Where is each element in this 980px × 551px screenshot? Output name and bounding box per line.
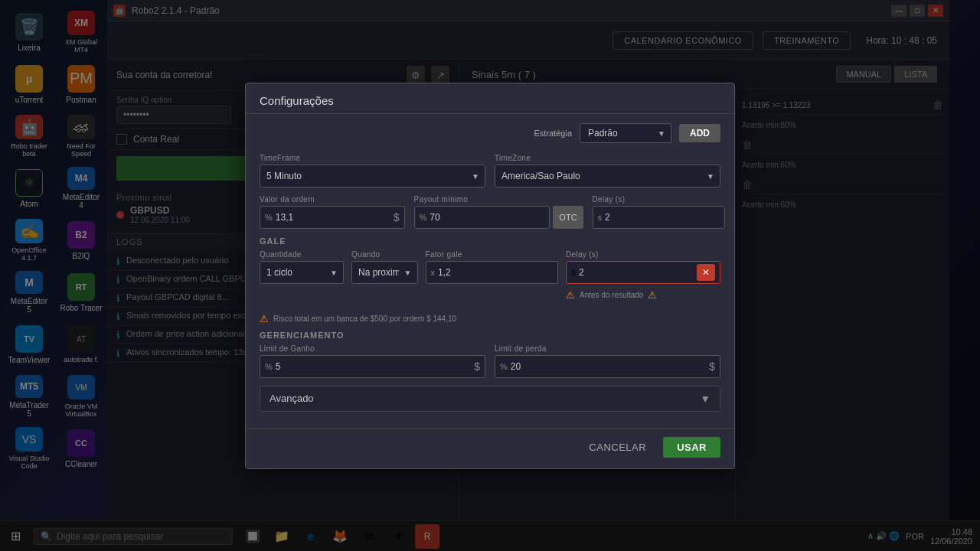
delay-prefix: s bbox=[598, 213, 603, 222]
gale-fator-wrap: x bbox=[426, 261, 559, 284]
payout-wrap: % bbox=[414, 206, 550, 229]
antes-resultado-row: ⚠ Antes do resultado ⚠ bbox=[566, 289, 720, 301]
add-strategy-button[interactable]: ADD bbox=[679, 124, 720, 142]
limit-perda-label: Limit de perda bbox=[495, 344, 720, 353]
order-value-input[interactable] bbox=[276, 212, 390, 223]
gale-delay-group: Delay (s) s ✕ ⚠ Antes do resultado ⚠ bbox=[566, 250, 720, 307]
antes-resultado-text: Antes do resultado bbox=[580, 291, 643, 299]
modal-overlay: Configurações Estratégia Padrão ▼ ADD Ti… bbox=[0, 0, 980, 551]
limit-perda-input[interactable] bbox=[511, 361, 706, 372]
modal-header: Configurações bbox=[246, 83, 734, 114]
modal-title: Configurações bbox=[260, 94, 334, 107]
payout-input[interactable] bbox=[430, 212, 544, 223]
modal-footer: CANCELAR USAR bbox=[246, 429, 734, 468]
timeframe-select[interactable]: 5 Minuto bbox=[260, 165, 485, 187]
timezone-select[interactable]: America/Sao Paulo bbox=[495, 165, 720, 187]
timeframe-label: TimeFrame bbox=[260, 154, 485, 162]
gale-delay-prefix: s bbox=[571, 267, 576, 278]
risk-warning-row: ⚠ Risco total em um banca de $500 por or… bbox=[260, 313, 720, 324]
delay-label: Delay (s) bbox=[593, 195, 726, 204]
gale-fator-input[interactable] bbox=[438, 267, 553, 278]
gale-qty-label: Quantidade bbox=[260, 250, 344, 259]
limit-ganho-dollar: $ bbox=[474, 360, 480, 373]
gale-qty-group: Quantidade 1 ciclo ▼ bbox=[260, 250, 344, 307]
strategy-row: Estratégia Padrão ▼ ADD bbox=[260, 123, 720, 143]
order-value-wrap: % $ bbox=[260, 206, 405, 229]
order-value-label: Valor da ordem bbox=[260, 195, 405, 204]
limit-ganho-group: Limit de Ganho % $ bbox=[260, 344, 485, 378]
gale-delay-error-btn[interactable]: ✕ bbox=[697, 264, 715, 281]
gale-delay-wrap: s ✕ bbox=[566, 261, 720, 284]
modal-body: Estratégia Padrão ▼ ADD TimeFrame 5 Minu… bbox=[246, 114, 734, 429]
chevron-down-icon: ▼ bbox=[700, 393, 710, 405]
strategy-select[interactable]: Padrão bbox=[580, 123, 671, 143]
timeframe-group: TimeFrame 5 Minuto ▼ bbox=[260, 154, 485, 187]
gale-fator-prefix: x bbox=[431, 268, 436, 277]
warning-icon: ⚠ bbox=[566, 289, 575, 301]
gale-section-label: GALE bbox=[260, 236, 720, 246]
payout-group: Payout mínimo % OTC bbox=[414, 195, 583, 229]
limit-perda-group: Limit de perda % $ bbox=[495, 344, 720, 378]
risk-warning-icon: ⚠ bbox=[260, 313, 269, 324]
limit-perda-wrap: % $ bbox=[495, 355, 720, 378]
order-row: Valor da ordem % $ Payout mínimo % bbox=[260, 195, 720, 229]
delay-group: Delay (s) s bbox=[593, 195, 726, 229]
timeframe-timezone-row: TimeFrame 5 Minuto ▼ TimeZone America/Sa… bbox=[260, 154, 720, 187]
gerenc-section-label: GERENCIAMENTO bbox=[260, 331, 720, 340]
timezone-label: TimeZone bbox=[495, 154, 720, 162]
timezone-group: TimeZone America/Sao Paulo ▼ bbox=[495, 154, 720, 187]
limit-ganho-input[interactable] bbox=[276, 361, 471, 372]
gerenc-row: Limit de Ganho % $ Limit de perda % $ bbox=[260, 344, 720, 378]
gale-fator-label: Fator gale bbox=[426, 250, 559, 259]
limit-perda-dollar: $ bbox=[709, 360, 715, 373]
gale-row: Quantidade 1 ciclo ▼ Quando Na proxima v… bbox=[260, 250, 720, 307]
avancado-section[interactable]: Avançado ▼ bbox=[260, 386, 720, 412]
strategy-label: Estratégia bbox=[534, 129, 572, 138]
gale-delay-input[interactable] bbox=[579, 267, 694, 278]
dollar-icon: $ bbox=[394, 211, 400, 223]
gale-quando-select[interactable]: Na proxima vela bbox=[351, 261, 418, 284]
limit-ganho-label: Limit de Ganho bbox=[260, 344, 485, 353]
cancel-button[interactable]: CANCELAR bbox=[580, 437, 655, 458]
order-value-prefix: % bbox=[265, 213, 273, 222]
limit-ganho-wrap: % $ bbox=[260, 355, 485, 378]
gale-quando-group: Quando Na proxima vela ▼ bbox=[351, 250, 418, 307]
gale-delay-label: Delay (s) bbox=[566, 250, 720, 259]
limit-perda-prefix: % bbox=[500, 362, 508, 371]
order-value-group: Valor da ordem % $ bbox=[260, 195, 405, 229]
avancado-label: Avançado bbox=[270, 393, 314, 404]
risk-warning-text: Risco total em um banca de $500 por orde… bbox=[273, 315, 456, 323]
payout-label: Payout mínimo bbox=[414, 195, 583, 204]
payout-prefix: % bbox=[420, 213, 427, 222]
usar-button[interactable]: USAR bbox=[663, 437, 720, 458]
gale-fator-group: Fator gale x bbox=[426, 250, 559, 307]
otc-button[interactable]: OTC bbox=[553, 206, 583, 229]
delay-input[interactable] bbox=[605, 212, 720, 223]
config-modal: Configurações Estratégia Padrão ▼ ADD Ti… bbox=[245, 83, 735, 469]
limit-ganho-prefix: % bbox=[265, 362, 273, 371]
delay-wrap: s bbox=[593, 206, 726, 229]
warning-icon-2: ⚠ bbox=[648, 289, 657, 301]
gale-qty-select[interactable]: 1 ciclo bbox=[260, 261, 344, 284]
gale-quando-label: Quando bbox=[351, 250, 418, 259]
